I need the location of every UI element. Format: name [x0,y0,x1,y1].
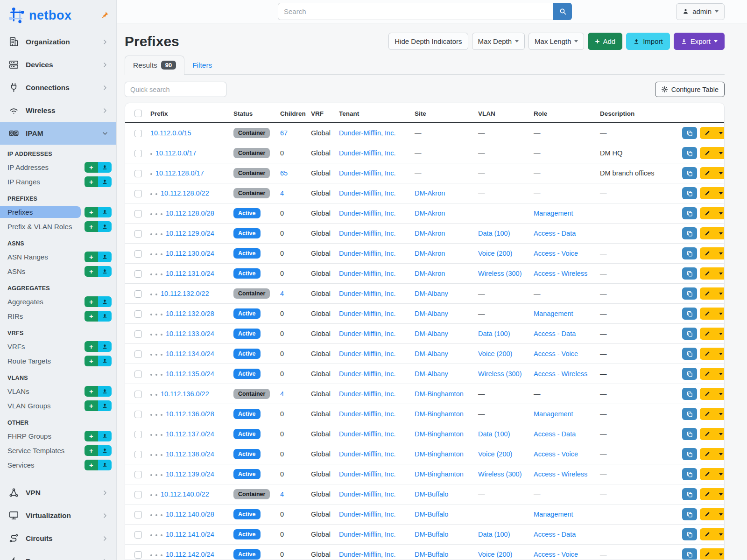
sidebar-item-route-targets[interactable]: Route Targets [0,355,81,367]
row-checkbox[interactable] [134,290,142,298]
children-count[interactable]: 4 [280,189,284,197]
edit-button[interactable] [700,388,715,400]
row-checkbox[interactable] [134,491,142,498]
edit-button[interactable] [700,227,715,239]
row-checkbox[interactable] [134,210,142,217]
tenant-link[interactable]: Dunder-Mifflin, Inc. [339,189,395,197]
sidebar-item-ipam[interactable]: IPAM [0,122,116,145]
role-link[interactable]: Access - Wireless [534,370,587,378]
copy-button[interactable] [682,388,697,400]
sidebar-item-virtualization[interactable]: Virtualization [0,504,116,527]
role-link[interactable]: Access - Data [534,330,576,337]
edit-button[interactable] [700,528,715,540]
sidebar-item-ip-addresses[interactable]: IP Addresses [0,161,81,173]
role-link[interactable]: Access - Data [534,531,576,538]
site-link[interactable]: DM-Albany [415,370,448,378]
site-link[interactable]: DM-Akron [415,189,445,197]
quick-import-button[interactable] [98,311,112,322]
prefix-link[interactable]: 10.112.131.0/24 [166,270,214,277]
row-checkbox[interactable] [134,330,142,338]
prefix-link[interactable]: 10.112.128.0/17 [155,169,204,177]
edit-button[interactable] [700,348,715,360]
quick-add-button[interactable]: + [85,162,98,173]
sidebar-item-vlan-groups[interactable]: VLAN Groups [0,400,81,412]
copy-button[interactable] [682,187,697,199]
copy-button[interactable] [682,528,697,540]
edit-button[interactable] [700,267,715,280]
vlan-link[interactable]: Data (100) [478,430,510,438]
quick-search-input[interactable] [125,82,226,97]
quick-import-button[interactable] [98,176,112,187]
quick-import-button[interactable] [98,356,112,366]
edit-button[interactable] [700,127,715,139]
quick-import-button[interactable] [98,296,112,307]
site-link[interactable]: DM-Buffalo [415,531,448,538]
row-checkbox[interactable] [134,431,142,438]
row-checkbox[interactable] [134,451,142,458]
quick-import-button[interactable] [98,252,112,262]
edit-dropdown-toggle[interactable] [715,267,724,280]
site-link[interactable]: DM-Buffalo [415,551,448,558]
edit-dropdown-toggle[interactable] [715,127,724,139]
quick-add-button[interactable]: + [85,296,98,307]
edit-button[interactable] [700,448,715,460]
role-link[interactable]: Management [534,210,573,217]
tenant-link[interactable]: Dunder-Mifflin, Inc. [339,149,395,157]
edit-button[interactable] [700,508,715,520]
sidebar-item-vlans[interactable]: VLANs [0,385,81,397]
role-link[interactable]: Management [534,410,573,418]
column-header-vlan[interactable]: VLAN [473,103,529,123]
sidebar-item-ip-ranges[interactable]: IP Ranges [0,176,81,188]
quick-import-button[interactable] [98,207,112,217]
edit-button[interactable] [700,207,715,219]
sidebar-item-circuits[interactable]: Circuits [0,527,116,550]
site-link[interactable]: DM-Akron [415,250,445,257]
edit-dropdown-toggle[interactable] [715,308,724,320]
site-link[interactable]: DM-Buffalo [415,511,448,518]
sidebar-item-asn-ranges[interactable]: ASN Ranges [0,251,81,263]
sidebar-item-aggregates[interactable]: Aggregates [0,296,81,308]
edit-button[interactable] [700,428,715,440]
prefix-link[interactable]: 10.112.134.0/24 [166,350,214,357]
column-header-prefix[interactable]: Prefix [146,103,229,123]
quick-import-button[interactable] [98,341,112,352]
copy-button[interactable] [682,468,697,480]
edit-dropdown-toggle[interactable] [715,187,724,199]
quick-import-button[interactable] [98,221,112,232]
quick-import-button[interactable] [98,431,112,441]
quick-import-button[interactable] [98,445,112,456]
edit-dropdown-toggle[interactable] [715,528,724,540]
row-checkbox[interactable] [134,230,142,238]
quick-add-button[interactable]: + [85,386,98,397]
edit-dropdown-toggle[interactable] [715,348,724,360]
copy-button[interactable] [682,428,697,440]
tenant-link[interactable]: Dunder-Mifflin, Inc. [339,330,395,337]
site-link[interactable]: DM-Akron [415,230,445,237]
role-link[interactable]: Access - Data [534,230,576,237]
row-checkbox[interactable] [134,130,142,137]
quick-add-button[interactable]: + [85,356,98,366]
column-header-vrf[interactable]: VRF [306,103,334,123]
edit-dropdown-toggle[interactable] [715,328,724,340]
sidebar-item-devices[interactable]: Devices [0,53,116,76]
quick-import-button[interactable] [98,386,112,397]
tenant-link[interactable]: Dunder-Mifflin, Inc. [339,250,395,257]
row-checkbox[interactable] [134,551,142,559]
column-header-status[interactable]: Status [229,103,275,123]
row-checkbox[interactable] [134,250,142,258]
vlan-link[interactable]: Voice (200) [478,350,512,357]
search-button[interactable] [553,3,572,20]
copy-button[interactable] [682,548,697,560]
tab-results[interactable]: Results 90 [125,56,184,75]
row-checkbox[interactable] [134,270,142,278]
max-length-dropdown[interactable]: Max Length [529,33,584,50]
edit-dropdown-toggle[interactable] [715,428,724,440]
tenant-link[interactable]: Dunder-Mifflin, Inc. [339,350,395,357]
tenant-link[interactable]: Dunder-Mifflin, Inc. [339,430,395,438]
edit-button[interactable] [700,187,715,199]
edit-button[interactable] [700,548,715,560]
role-link[interactable]: Access - Voice [534,250,578,257]
row-checkbox[interactable] [134,511,142,518]
edit-dropdown-toggle[interactable] [715,247,724,259]
row-checkbox[interactable] [134,150,142,157]
